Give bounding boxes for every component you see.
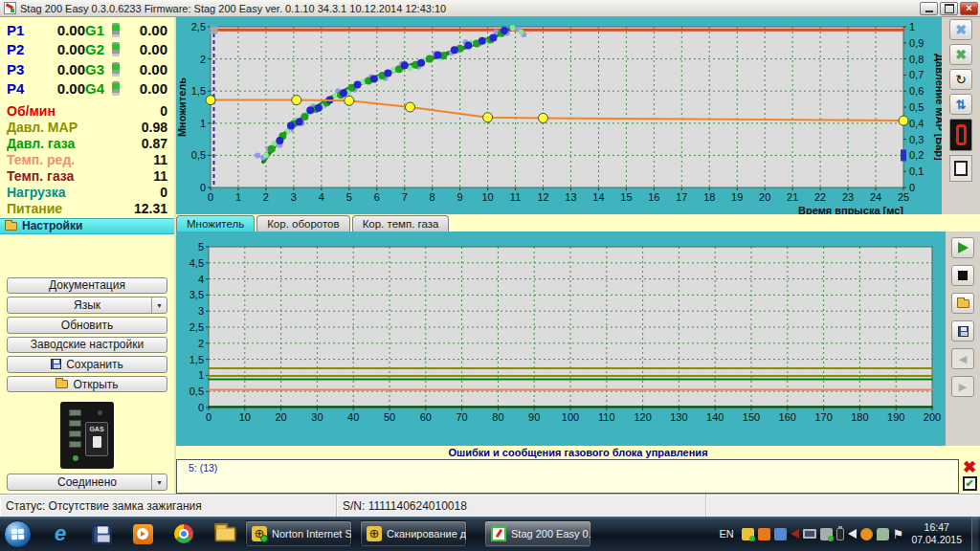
open-icon[interactable] xyxy=(951,293,974,314)
messenger-icon[interactable] xyxy=(877,528,889,540)
time: 16:47 xyxy=(911,521,962,534)
minimize-button[interactable] xyxy=(920,2,938,15)
scroll-left-icon[interactable]: ◀ xyxy=(951,348,974,369)
empty-frame-icon[interactable] xyxy=(949,155,972,182)
tab-gas-temp-correction[interactable]: Кор. темп. газа xyxy=(352,215,450,231)
svg-text:0,6: 0,6 xyxy=(909,85,924,97)
play-icon[interactable] xyxy=(951,237,974,258)
oscilloscope-chart[interactable]: 0102030405060708090100110120130140150160… xyxy=(176,231,946,446)
gas-level-bar xyxy=(69,409,81,416)
system-tray: EN ⚑ 16:47 07.04.2015 xyxy=(720,517,980,551)
settings-section-header[interactable]: Настройки xyxy=(0,218,174,234)
task-stag-200-easy[interactable]: Stag 200 Easy 0.3.... xyxy=(484,520,591,547)
start-button[interactable] xyxy=(4,520,32,548)
petrol-injector-value: 0.00 xyxy=(35,80,85,97)
app-icon xyxy=(4,2,16,14)
backup-app-icon[interactable] xyxy=(89,521,114,546)
gas-injector-label: G4 xyxy=(85,80,112,97)
petrol-injector-label: P4 xyxy=(7,80,35,97)
svg-text:70: 70 xyxy=(456,411,467,423)
open-button[interactable]: Открыть xyxy=(7,376,167,393)
svg-text:24: 24 xyxy=(870,191,881,203)
gas-injector-value: 0.00 xyxy=(125,80,167,97)
svg-text:4: 4 xyxy=(198,274,204,285)
gas-switch-button: GAS xyxy=(85,422,108,456)
folder-open-icon xyxy=(56,380,68,388)
explorer-folder-icon[interactable] xyxy=(212,521,237,546)
svg-text:1: 1 xyxy=(200,118,206,129)
svg-text:0,5: 0,5 xyxy=(189,386,204,397)
clear-errors-icon[interactable]: ✖ xyxy=(963,459,976,475)
show-desktop-button[interactable] xyxy=(971,517,978,551)
svg-text:0,5: 0,5 xyxy=(909,101,924,113)
petrol-injector-value: 0.00 xyxy=(35,41,85,57)
norton-tray-icon[interactable] xyxy=(742,528,754,540)
update-button[interactable]: Обновить xyxy=(7,317,167,334)
errors-list[interactable]: 5: (13) xyxy=(176,459,959,494)
save-button[interactable]: Сохранить xyxy=(7,356,167,373)
petrol-injector-label: P3 xyxy=(7,61,35,77)
usb-device-icon[interactable] xyxy=(820,528,833,540)
autofit-icon[interactable]: ⇅ xyxy=(949,94,972,115)
injector-icon xyxy=(112,42,120,56)
internet-explorer-icon[interactable]: e xyxy=(48,521,73,546)
hide-blue-x-icon[interactable]: ✖ xyxy=(949,19,972,40)
agent-tray-icon[interactable] xyxy=(758,528,770,540)
display-icon[interactable] xyxy=(803,529,816,539)
clock[interactable]: 16:47 07.04.2015 xyxy=(911,521,962,546)
task-scanning[interactable]: ⊕ Сканирование д... xyxy=(360,520,467,547)
date: 07.04.2015 xyxy=(911,534,962,546)
chevron-down-icon[interactable]: ▼ xyxy=(151,474,167,490)
task-norton[interactable]: ⊕ Norton Internet S... xyxy=(245,520,352,547)
svg-text:13: 13 xyxy=(565,191,576,203)
connection-label: Соединено xyxy=(57,475,117,489)
documentation-button[interactable]: Документация xyxy=(7,277,167,295)
svg-text:14: 14 xyxy=(592,191,604,203)
param-label: Об/мин xyxy=(7,103,56,119)
folder-open-icon xyxy=(5,222,17,231)
stop-icon[interactable] xyxy=(951,265,974,286)
gas-injector-value: 0.00 xyxy=(125,41,167,57)
svg-text:0,3: 0,3 xyxy=(909,134,924,145)
svg-text:5: 5 xyxy=(346,191,352,203)
petrol-injector-value: 0.00 xyxy=(35,22,85,38)
audio-device-icon[interactable] xyxy=(791,529,799,539)
task-label: Сканирование д... xyxy=(387,528,467,540)
svg-text:23: 23 xyxy=(842,191,854,203)
app-tray-icon[interactable] xyxy=(774,528,787,540)
svg-text:21: 21 xyxy=(787,191,798,203)
factory-settings-button[interactable]: Заводские настройки xyxy=(7,337,167,354)
network-activity-icon[interactable] xyxy=(860,528,873,540)
confirm-errors-icon[interactable]: ✔ xyxy=(963,476,977,491)
svg-text:180: 180 xyxy=(851,411,868,423)
tab-multiplier[interactable]: Множитель xyxy=(176,215,255,231)
scroll-right-icon[interactable]: ▶ xyxy=(951,376,974,397)
task-label: Stag 200 Easy 0.3.... xyxy=(511,528,591,540)
connection-button[interactable]: Соединено ▼ xyxy=(7,474,167,491)
volume-icon[interactable] xyxy=(848,529,857,539)
param-value: 0.87 xyxy=(142,136,167,151)
language-button[interactable]: Язык ▼ xyxy=(7,297,167,314)
chevron-down-icon[interactable]: ▼ xyxy=(151,298,167,313)
tab-rpm-correction[interactable]: Кор. оборотов xyxy=(256,215,349,231)
svg-text:0,1: 0,1 xyxy=(909,165,924,177)
svg-text:8: 8 xyxy=(430,191,435,203)
chrome-icon[interactable] xyxy=(171,521,196,546)
application-window: Stag 200 Easy 0.3.0.6233 Firmware: Stag … xyxy=(0,0,980,551)
language-indicator[interactable]: EN xyxy=(720,528,734,540)
media-player-icon[interactable] xyxy=(130,521,155,546)
svg-text:18: 18 xyxy=(703,191,715,203)
battery-icon[interactable] xyxy=(836,528,844,540)
svg-text:0: 0 xyxy=(208,191,213,203)
param-value: 0 xyxy=(160,103,167,119)
scan-globe-icon: ⊕ xyxy=(367,526,382,541)
save-icon[interactable] xyxy=(951,320,974,342)
multiplier-chart[interactable]: 0123456789101112131415161718192021222324… xyxy=(176,17,942,214)
close-button[interactable]: × xyxy=(960,2,978,15)
close-green-x-icon[interactable]: ✖ xyxy=(949,44,972,65)
svg-text:0,8: 0,8 xyxy=(909,54,924,65)
maximize-button[interactable] xyxy=(940,2,958,15)
rotate-view-icon[interactable]: ↻ xyxy=(949,69,972,90)
action-center-flag-icon[interactable]: ⚑ xyxy=(893,528,904,540)
digital-display-icon[interactable] xyxy=(949,119,972,151)
